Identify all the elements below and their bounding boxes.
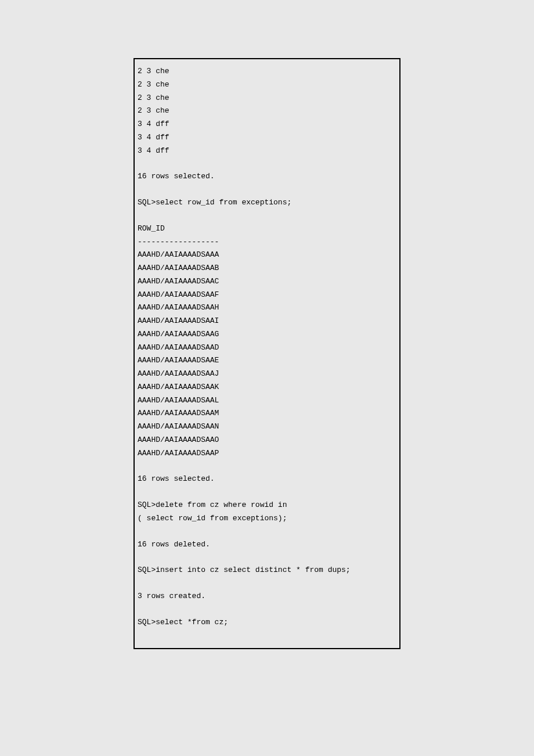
output-row: AAAHD/AAIAAAADSAAM bbox=[138, 407, 396, 420]
status-message: 16 rows selected. bbox=[138, 473, 396, 486]
output-row: AAAHD/AAIAAAADSAAK bbox=[138, 381, 396, 394]
status-message: 16 rows selected. bbox=[138, 170, 396, 183]
status-message: 3 rows created. bbox=[138, 590, 396, 603]
output-row: AAAHD/AAIAAAADSAAL bbox=[138, 394, 396, 408]
sql-query: SQL>delete from cz where rowid in bbox=[138, 499, 396, 512]
sql-query: SQL>insert into cz select distinct * fro… bbox=[138, 564, 396, 577]
output-row: 2 3 che bbox=[138, 65, 396, 78]
output-row: AAAHD/AAIAAAADSAAB bbox=[138, 262, 396, 275]
output-row: AAAHD/AAIAAAADSAAG bbox=[138, 328, 396, 341]
output-row: AAAHD/AAIAAAADSAAN bbox=[138, 420, 396, 434]
output-row: 3 4 dff bbox=[138, 131, 396, 145]
output-row: AAAHD/AAIAAAADSAAJ bbox=[138, 368, 396, 381]
output-row: AAAHD/AAIAAAADSAAH bbox=[138, 301, 396, 315]
output-row: AAAHD/AAIAAAADSAAF bbox=[138, 289, 396, 302]
output-row: AAAHD/AAIAAAADSAAD bbox=[138, 341, 396, 355]
sql-query: SQL>select *from cz; bbox=[138, 616, 396, 629]
column-divider: ------------------ bbox=[138, 236, 396, 249]
column-header: ROW_ID bbox=[138, 222, 396, 236]
output-row: AAAHD/AAIAAAADSAAI bbox=[138, 315, 396, 328]
sql-query-continuation: ( select row_id from exceptions); bbox=[138, 512, 396, 525]
status-message: 16 rows deleted. bbox=[138, 538, 396, 552]
output-row: 3 4 dff bbox=[138, 118, 396, 131]
output-row: AAAHD/AAIAAAADSAAE bbox=[138, 354, 396, 368]
output-row: 3 4 dff bbox=[138, 145, 396, 158]
output-row: AAAHD/AAIAAAADSAAP bbox=[138, 447, 396, 460]
sql-query: SQL>select row_id from exceptions; bbox=[138, 196, 396, 210]
output-row: AAAHD/AAIAAAADSAAA bbox=[138, 249, 396, 262]
terminal-output: 2 3 che 2 3 che 2 3 che 2 3 che 3 4 dff … bbox=[134, 58, 400, 649]
output-row: 2 3 che bbox=[138, 78, 396, 92]
output-row: AAAHD/AAIAAAADSAAC bbox=[138, 275, 396, 289]
output-row: AAAHD/AAIAAAADSAAO bbox=[138, 434, 396, 447]
output-row: 2 3 che bbox=[138, 92, 396, 105]
output-row: 2 3 che bbox=[138, 105, 396, 118]
